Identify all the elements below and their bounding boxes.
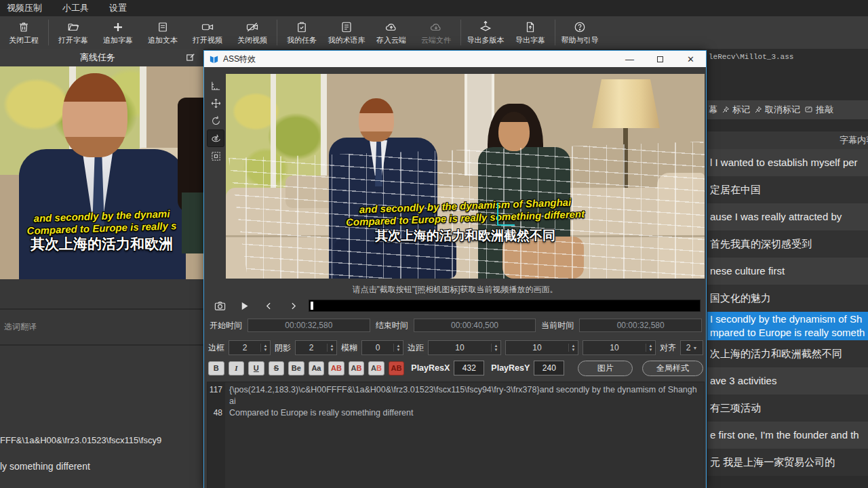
edit-task-icon[interactable] [186,53,195,65]
playresy-field[interactable]: 240 [534,361,564,375]
end-time-field[interactable]: 00:00:40,500 [414,319,536,332]
stepper-arrows-icon[interactable]: ▲▼ [646,344,655,352]
subtitle-row-list: l I wanted to establish myself per 定居在中国… [707,149,868,488]
subtitle-row[interactable]: 有三项活动 [707,394,868,422]
stepper-arrows-icon[interactable]: ▲▼ [260,344,270,352]
seekbar-handle[interactable] [311,302,313,310]
margin-vertical-stepper[interactable]: 10 ▲▼ [583,340,656,355]
current-time-field[interactable]: 00:00:32,580 [579,319,702,332]
border-style-button[interactable]: Be [288,361,304,375]
dialog-titlebar[interactable]: ASS特效 — ✕ [204,51,706,67]
clipboard-icon [296,20,308,34]
subtitle-row[interactable]: 国文化的魅力 [707,285,868,312]
open-subtitle-button[interactable]: 打开字幕 [51,17,96,48]
video-camera-off-icon [245,20,259,34]
cloud-files-button[interactable]: 云端文件 [414,17,458,48]
subtitle-row-selected[interactable]: I secondly by the dynamism of Sh mpared … [707,312,868,340]
toolbar-separator [48,20,49,45]
play-button[interactable] [235,298,253,313]
selected-row-line2: mpared to Europe is really someth [710,326,868,340]
rotate-tool-button[interactable] [207,112,224,129]
toolbar-separator [460,20,461,45]
open-folder-icon [66,20,80,34]
border-stepper[interactable]: 2 ▲▼ [229,340,271,355]
shadow-stepper[interactable]: 2 ▲▼ [295,340,337,355]
global-style-button[interactable]: 全局样式 [642,361,703,376]
stepper-arrows-icon[interactable]: ▲▼ [327,344,336,352]
stepper-arrows-icon[interactable]: ▲▼ [393,344,403,352]
rotate-3d-tool-button[interactable] [207,129,224,147]
minimize-button[interactable]: — [614,51,645,67]
close-video-button[interactable]: 关闭视频 [230,17,275,48]
move-tool-button[interactable] [207,94,224,112]
subtitle-row[interactable]: 定居在中国 [707,176,868,203]
save-to-cloud-button[interactable]: 存入云端 [369,17,414,48]
export-multi-version-button[interactable]: 导出多版本 [463,17,508,48]
playresx-field[interactable]: 432 [454,361,484,375]
maximize-button[interactable] [645,51,675,67]
scene-man-head [359,98,394,142]
subtitle-row[interactable]: 次上海的活力和欧洲截然不同 [707,340,868,367]
ruler-tool-button[interactable] [207,77,224,94]
my-glossary-button[interactable]: 我的术语库 [324,17,369,48]
primary-color-button[interactable]: AB [328,361,344,375]
subtitle-row[interactable]: e first one, I'm the founder and th [707,422,868,449]
refine-button[interactable]: 推敲 [804,104,833,116]
mark-button[interactable]: 标记 [722,104,750,116]
blur-stepper[interactable]: 0 ▲▼ [361,340,403,355]
close-button[interactable]: ✕ [675,51,706,67]
start-time-field[interactable]: 00:00:32,580 [248,319,370,332]
unmark-button[interactable]: 取消标记 [754,104,800,116]
stepper-arrows-icon[interactable]: ▲▼ [491,344,500,352]
secondary-color-button[interactable]: AB [349,361,365,375]
stepper-arrows-icon[interactable]: ▲▼ [568,344,578,352]
help-button[interactable]: 帮助与引导 [557,17,602,48]
close-project-button[interactable]: 关闭工程 [1,17,46,48]
underline-button[interactable]: U [248,361,264,375]
align-dropdown[interactable]: 2 ▼ [680,340,703,355]
video-seekbar[interactable] [309,300,701,312]
subtitle-row[interactable]: 元 我是上海一家贸易公司的 [707,449,868,476]
subtitle-row[interactable]: ave 3 activities [707,367,868,394]
subtitle-row[interactable]: nese culture first [707,258,868,285]
italic-button[interactable]: I [229,361,245,375]
menu-tools[interactable]: 小工具 [62,2,89,14]
playresy-label: PlayResY [491,363,530,373]
subtitle-row[interactable]: l I wanted to establish myself per [707,149,868,176]
outline-color-button[interactable]: AB [368,361,384,375]
next-frame-button[interactable] [284,298,302,313]
append-text-button[interactable]: 追加文本 [140,17,185,48]
task-video-thumbnail[interactable]: and secondly by the dynami Compared to E… [0,66,203,279]
my-tasks-button[interactable]: 我的任务 [279,17,324,48]
prev-frame-button[interactable] [260,298,277,313]
start-time-label: 开始时间 [210,320,242,331]
bold-button[interactable]: B [208,361,224,375]
open-video-button[interactable]: 打开视频 [185,17,230,48]
margin-right-stepper[interactable]: 10 ▲▼ [505,340,578,355]
camera-icon [214,300,226,312]
subtitle-list-toolbar: 幕 标记 取消标记 推敲 [707,100,868,119]
video-preview[interactable]: and secondly by the dynamism of Shanghai… [226,74,705,279]
subtitle-row[interactable]: 首先我真的深切感受到 [707,230,868,258]
ass-text-editor[interactable]: 117 48 {\pos(214.2,183.3)\c&H00FFFF&\1a&… [207,382,705,488]
subtitle-row[interactable]: ause I was really attracted by [707,203,868,230]
image-button[interactable]: 图片 [578,361,633,376]
append-subtitle-button[interactable]: 追加字幕 [96,17,140,48]
margin-left-stepper[interactable]: 10 ▲▼ [428,340,501,355]
app-logo-icon [209,54,219,64]
strikethrough-button[interactable]: S [269,361,285,375]
menu-settings[interactable]: 设置 [109,2,127,14]
shadow-color-button[interactable]: AB [389,361,405,375]
region-select-tool-button[interactable] [207,147,224,165]
font-button[interactable]: Aa [309,361,325,375]
pin-off-icon [754,106,762,114]
editor-text[interactable]: {\pos(214.2,183.3)\c&H00FFFF&\1a&H00&\fr… [225,382,704,488]
chevron-left-icon [264,301,273,311]
menu-video-compress[interactable]: 视频压制 [7,2,42,14]
transform-tool-strip [204,67,226,284]
color-letter: B [376,364,382,372]
shadow-label: 阴影 [275,342,291,354]
export-subtitle-button[interactable]: 导出字幕 [508,17,553,48]
anchor-crosshair [497,203,498,226]
capture-frame-button[interactable] [211,298,229,313]
